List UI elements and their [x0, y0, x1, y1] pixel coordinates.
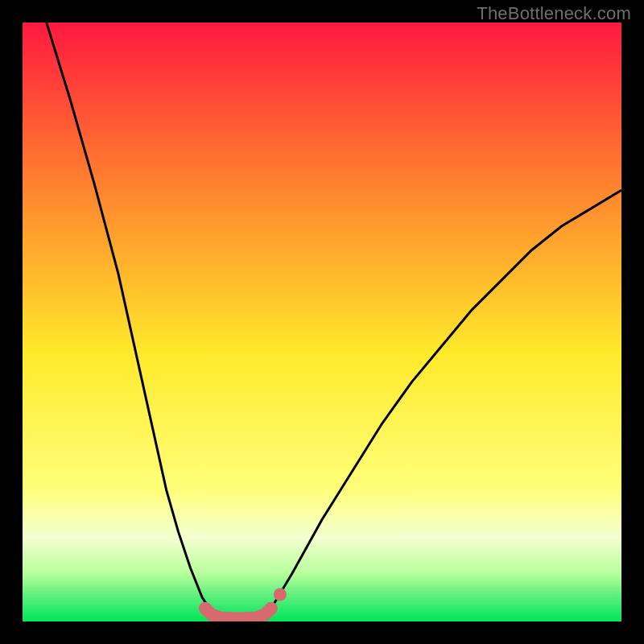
chart-plot-area	[23, 23, 621, 621]
marker-dot	[274, 588, 287, 601]
chart-svg	[23, 23, 621, 621]
gradient-background	[23, 23, 621, 621]
watermark-text: TheBottleneck.com	[477, 3, 631, 24]
chart-frame: TheBottleneck.com	[0, 0, 644, 644]
